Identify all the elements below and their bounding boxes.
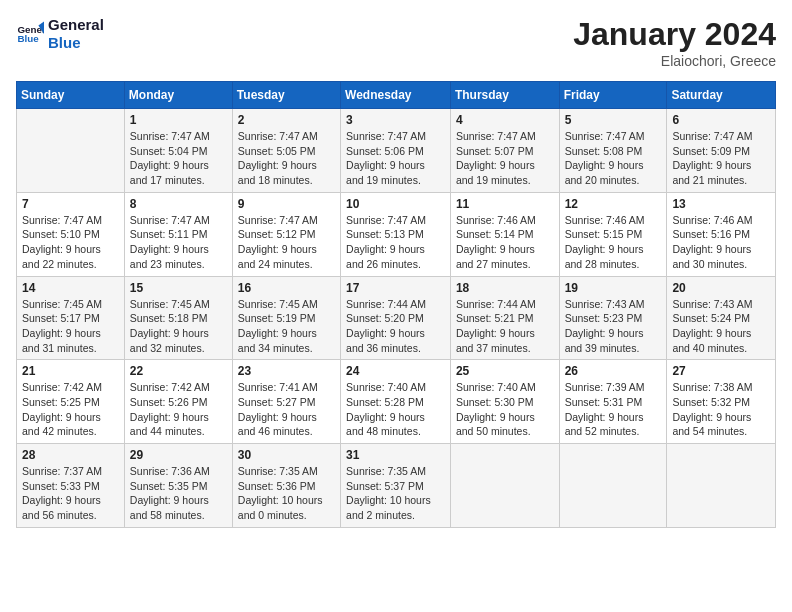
location: Elaiochori, Greece <box>573 53 776 69</box>
calendar-cell: 29Sunrise: 7:36 AM Sunset: 5:35 PM Dayli… <box>124 444 232 528</box>
day-info: Sunrise: 7:47 AM Sunset: 5:12 PM Dayligh… <box>238 213 335 272</box>
day-number: 10 <box>346 197 445 211</box>
title-section: January 2024 Elaiochori, Greece <box>573 16 776 69</box>
day-info: Sunrise: 7:41 AM Sunset: 5:27 PM Dayligh… <box>238 380 335 439</box>
day-info: Sunrise: 7:43 AM Sunset: 5:23 PM Dayligh… <box>565 297 662 356</box>
day-info: Sunrise: 7:47 AM Sunset: 5:07 PM Dayligh… <box>456 129 554 188</box>
calendar-cell: 18Sunrise: 7:44 AM Sunset: 5:21 PM Dayli… <box>450 276 559 360</box>
day-info: Sunrise: 7:47 AM Sunset: 5:04 PM Dayligh… <box>130 129 227 188</box>
month-title: January 2024 <box>573 16 776 53</box>
calendar-cell: 23Sunrise: 7:41 AM Sunset: 5:27 PM Dayli… <box>232 360 340 444</box>
day-info: Sunrise: 7:46 AM Sunset: 5:15 PM Dayligh… <box>565 213 662 272</box>
day-number: 12 <box>565 197 662 211</box>
day-number: 21 <box>22 364 119 378</box>
calendar-cell: 22Sunrise: 7:42 AM Sunset: 5:26 PM Dayli… <box>124 360 232 444</box>
day-number: 27 <box>672 364 770 378</box>
day-info: Sunrise: 7:45 AM Sunset: 5:18 PM Dayligh… <box>130 297 227 356</box>
day-number: 8 <box>130 197 227 211</box>
day-number: 11 <box>456 197 554 211</box>
day-number: 15 <box>130 281 227 295</box>
day-number: 25 <box>456 364 554 378</box>
weekday-header-sunday: Sunday <box>17 82 125 109</box>
weekday-header-thursday: Thursday <box>450 82 559 109</box>
day-number: 26 <box>565 364 662 378</box>
day-number: 18 <box>456 281 554 295</box>
calendar-week-row: 21Sunrise: 7:42 AM Sunset: 5:25 PM Dayli… <box>17 360 776 444</box>
day-info: Sunrise: 7:37 AM Sunset: 5:33 PM Dayligh… <box>22 464 119 523</box>
day-number: 2 <box>238 113 335 127</box>
calendar-cell: 12Sunrise: 7:46 AM Sunset: 5:15 PM Dayli… <box>559 192 667 276</box>
day-info: Sunrise: 7:42 AM Sunset: 5:25 PM Dayligh… <box>22 380 119 439</box>
svg-text:Blue: Blue <box>17 33 39 44</box>
day-number: 28 <box>22 448 119 462</box>
calendar-cell: 16Sunrise: 7:45 AM Sunset: 5:19 PM Dayli… <box>232 276 340 360</box>
day-info: Sunrise: 7:44 AM Sunset: 5:21 PM Dayligh… <box>456 297 554 356</box>
calendar-cell: 3Sunrise: 7:47 AM Sunset: 5:06 PM Daylig… <box>341 109 451 193</box>
calendar-cell: 2Sunrise: 7:47 AM Sunset: 5:05 PM Daylig… <box>232 109 340 193</box>
weekday-header-friday: Friday <box>559 82 667 109</box>
day-info: Sunrise: 7:46 AM Sunset: 5:16 PM Dayligh… <box>672 213 770 272</box>
weekday-header-saturday: Saturday <box>667 82 776 109</box>
day-number: 16 <box>238 281 335 295</box>
calendar-cell: 24Sunrise: 7:40 AM Sunset: 5:28 PM Dayli… <box>341 360 451 444</box>
day-info: Sunrise: 7:36 AM Sunset: 5:35 PM Dayligh… <box>130 464 227 523</box>
weekday-header-wednesday: Wednesday <box>341 82 451 109</box>
day-number: 22 <box>130 364 227 378</box>
calendar-cell: 11Sunrise: 7:46 AM Sunset: 5:14 PM Dayli… <box>450 192 559 276</box>
calendar-cell <box>559 444 667 528</box>
day-info: Sunrise: 7:47 AM Sunset: 5:06 PM Dayligh… <box>346 129 445 188</box>
calendar-cell: 30Sunrise: 7:35 AM Sunset: 5:36 PM Dayli… <box>232 444 340 528</box>
calendar-cell: 31Sunrise: 7:35 AM Sunset: 5:37 PM Dayli… <box>341 444 451 528</box>
calendar-header-row: SundayMondayTuesdayWednesdayThursdayFrid… <box>17 82 776 109</box>
calendar-cell: 8Sunrise: 7:47 AM Sunset: 5:11 PM Daylig… <box>124 192 232 276</box>
day-info: Sunrise: 7:47 AM Sunset: 5:13 PM Dayligh… <box>346 213 445 272</box>
calendar-cell: 19Sunrise: 7:43 AM Sunset: 5:23 PM Dayli… <box>559 276 667 360</box>
calendar-cell <box>450 444 559 528</box>
day-info: Sunrise: 7:43 AM Sunset: 5:24 PM Dayligh… <box>672 297 770 356</box>
calendar-week-row: 14Sunrise: 7:45 AM Sunset: 5:17 PM Dayli… <box>17 276 776 360</box>
day-info: Sunrise: 7:44 AM Sunset: 5:20 PM Dayligh… <box>346 297 445 356</box>
weekday-header-monday: Monday <box>124 82 232 109</box>
calendar-cell: 25Sunrise: 7:40 AM Sunset: 5:30 PM Dayli… <box>450 360 559 444</box>
day-number: 24 <box>346 364 445 378</box>
day-number: 13 <box>672 197 770 211</box>
calendar-cell: 10Sunrise: 7:47 AM Sunset: 5:13 PM Dayli… <box>341 192 451 276</box>
day-number: 4 <box>456 113 554 127</box>
calendar-cell: 6Sunrise: 7:47 AM Sunset: 5:09 PM Daylig… <box>667 109 776 193</box>
calendar-cell: 1Sunrise: 7:47 AM Sunset: 5:04 PM Daylig… <box>124 109 232 193</box>
day-info: Sunrise: 7:47 AM Sunset: 5:10 PM Dayligh… <box>22 213 119 272</box>
day-info: Sunrise: 7:39 AM Sunset: 5:31 PM Dayligh… <box>565 380 662 439</box>
day-info: Sunrise: 7:35 AM Sunset: 5:36 PM Dayligh… <box>238 464 335 523</box>
day-number: 9 <box>238 197 335 211</box>
calendar-week-row: 7Sunrise: 7:47 AM Sunset: 5:10 PM Daylig… <box>17 192 776 276</box>
logo: General Blue General Blue <box>16 16 104 52</box>
calendar-cell: 4Sunrise: 7:47 AM Sunset: 5:07 PM Daylig… <box>450 109 559 193</box>
day-info: Sunrise: 7:38 AM Sunset: 5:32 PM Dayligh… <box>672 380 770 439</box>
day-info: Sunrise: 7:40 AM Sunset: 5:30 PM Dayligh… <box>456 380 554 439</box>
day-info: Sunrise: 7:45 AM Sunset: 5:17 PM Dayligh… <box>22 297 119 356</box>
day-number: 30 <box>238 448 335 462</box>
day-number: 1 <box>130 113 227 127</box>
day-number: 14 <box>22 281 119 295</box>
calendar-table: SundayMondayTuesdayWednesdayThursdayFrid… <box>16 81 776 528</box>
calendar-week-row: 28Sunrise: 7:37 AM Sunset: 5:33 PM Dayli… <box>17 444 776 528</box>
calendar-cell: 14Sunrise: 7:45 AM Sunset: 5:17 PM Dayli… <box>17 276 125 360</box>
day-info: Sunrise: 7:47 AM Sunset: 5:08 PM Dayligh… <box>565 129 662 188</box>
day-info: Sunrise: 7:47 AM Sunset: 5:09 PM Dayligh… <box>672 129 770 188</box>
day-number: 5 <box>565 113 662 127</box>
calendar-cell: 7Sunrise: 7:47 AM Sunset: 5:10 PM Daylig… <box>17 192 125 276</box>
calendar-week-row: 1Sunrise: 7:47 AM Sunset: 5:04 PM Daylig… <box>17 109 776 193</box>
calendar-cell: 26Sunrise: 7:39 AM Sunset: 5:31 PM Dayli… <box>559 360 667 444</box>
calendar-cell: 9Sunrise: 7:47 AM Sunset: 5:12 PM Daylig… <box>232 192 340 276</box>
calendar-cell: 20Sunrise: 7:43 AM Sunset: 5:24 PM Dayli… <box>667 276 776 360</box>
day-info: Sunrise: 7:47 AM Sunset: 5:05 PM Dayligh… <box>238 129 335 188</box>
calendar-cell: 28Sunrise: 7:37 AM Sunset: 5:33 PM Dayli… <box>17 444 125 528</box>
calendar-cell: 5Sunrise: 7:47 AM Sunset: 5:08 PM Daylig… <box>559 109 667 193</box>
calendar-cell: 15Sunrise: 7:45 AM Sunset: 5:18 PM Dayli… <box>124 276 232 360</box>
calendar-cell <box>17 109 125 193</box>
day-info: Sunrise: 7:47 AM Sunset: 5:11 PM Dayligh… <box>130 213 227 272</box>
day-number: 3 <box>346 113 445 127</box>
day-number: 23 <box>238 364 335 378</box>
calendar-cell: 17Sunrise: 7:44 AM Sunset: 5:20 PM Dayli… <box>341 276 451 360</box>
calendar-cell: 13Sunrise: 7:46 AM Sunset: 5:16 PM Dayli… <box>667 192 776 276</box>
